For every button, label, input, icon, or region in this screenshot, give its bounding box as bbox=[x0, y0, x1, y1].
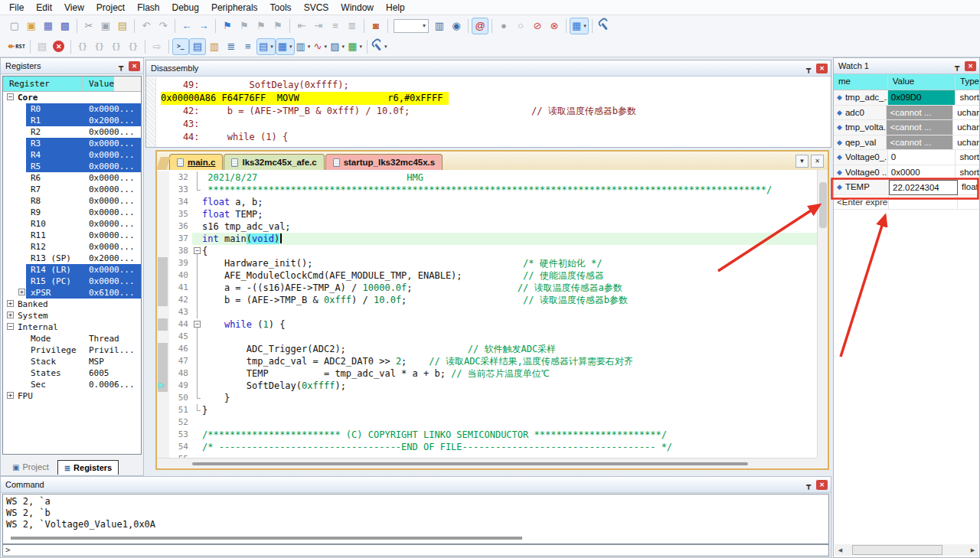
watch-name-cell[interactable]: ◆qep_val bbox=[834, 135, 887, 151]
editor-margin[interactable] bbox=[157, 416, 169, 429]
register-row[interactable]: R00x0000... bbox=[3, 103, 141, 115]
chevron-down-icon[interactable]: ▾ bbox=[359, 44, 362, 50]
scrollbar-thumb[interactable] bbox=[852, 545, 942, 555]
code-text[interactable]: ****************************************… bbox=[202, 184, 772, 196]
tab-main.c[interactable]: main.c bbox=[169, 154, 223, 170]
register-row[interactable]: StackMSP bbox=[3, 356, 141, 367]
watch-row[interactable]: ◆tmp_adc_...0x09D0short bbox=[834, 90, 979, 106]
register-row[interactable]: States6005 bbox=[3, 367, 141, 379]
watch-value-cell[interactable]: 0x0000 bbox=[888, 165, 956, 181]
step-out[interactable]: {} bbox=[108, 38, 125, 55]
register-column-header[interactable]: Register bbox=[3, 77, 83, 91]
find-in-files[interactable]: ▥ bbox=[431, 18, 448, 34]
watch-value-cell[interactable]: <cannot ... bbox=[887, 120, 953, 135]
watch-value-cell[interactable]: 0 bbox=[888, 150, 956, 165]
step-into[interactable]: {} bbox=[74, 38, 91, 55]
editor-vertical-scrollbar[interactable] bbox=[817, 170, 828, 458]
watch-name-cell[interactable]: ◆tmp_adc_... bbox=[834, 90, 888, 106]
scrollbar-thumb[interactable] bbox=[192, 462, 748, 465]
code-text[interactable]: } bbox=[202, 404, 207, 416]
editor-margin[interactable] bbox=[157, 306, 169, 318]
register-row[interactable]: Sec0.0006... bbox=[3, 379, 141, 390]
new-file[interactable]: ▢ bbox=[6, 18, 23, 34]
disassembly-margin[interactable] bbox=[146, 77, 156, 147]
register-row[interactable]: R15 (PC)0x0000... bbox=[3, 276, 141, 287]
watch-value-cell[interactable]: 22.0224304 bbox=[889, 180, 958, 195]
watch-value-cell[interactable] bbox=[889, 195, 958, 210]
configure-tools[interactable] bbox=[596, 18, 612, 34]
menu-debug[interactable]: Debug bbox=[166, 1, 205, 15]
window-layout[interactable]: ▦▾ bbox=[570, 18, 589, 34]
save[interactable]: ▦ bbox=[40, 18, 57, 34]
watch-name-cell[interactable]: ◆Voltage0 ... bbox=[834, 165, 888, 181]
editor-margin[interactable] bbox=[157, 429, 169, 441]
watch-row[interactable]: ◆adc0<cannot ...uchar bbox=[834, 106, 979, 121]
open-folder[interactable]: ▣ bbox=[23, 18, 40, 34]
editor-margin[interactable] bbox=[157, 343, 169, 355]
serial-window[interactable]: ▥▾ bbox=[295, 38, 312, 55]
code-text[interactable]: ADC_Trigger(ADC2); // 软件触发ADC采样 bbox=[202, 343, 556, 355]
tree-plus-icon[interactable]: + bbox=[7, 392, 14, 399]
code-text[interactable]: float a, b; bbox=[202, 196, 263, 208]
editor-margin[interactable] bbox=[157, 257, 169, 269]
watch-name-cell[interactable]: ◆tmp_volta... bbox=[834, 120, 887, 135]
scroll-right-arrow-icon[interactable]: ▶ bbox=[967, 544, 978, 556]
editor-margin[interactable] bbox=[157, 355, 169, 367]
code-text[interactable]: s16 tmp_adc_val; bbox=[202, 220, 291, 233]
editor-margin[interactable]: ▶ bbox=[157, 380, 169, 392]
register-row[interactable]: R13 (SP)0x2000... bbox=[3, 253, 141, 264]
code-text[interactable]: /************************ (C) COPYRIGHT … bbox=[202, 429, 667, 441]
editor-margin[interactable] bbox=[157, 208, 169, 220]
command-output[interactable]: WS 2, `aWS 2, `bWS 2, `Voltage0_Value1,0… bbox=[2, 494, 829, 544]
pin-icon[interactable]: ┳ bbox=[803, 481, 814, 489]
code-text[interactable]: while (1) { bbox=[202, 318, 285, 331]
cut[interactable]: ✂ bbox=[80, 18, 97, 34]
menu-svcs[interactable]: SVCS bbox=[298, 1, 335, 15]
editor-margin[interactable] bbox=[157, 318, 169, 331]
register-row[interactable]: ModeThread bbox=[3, 333, 141, 344]
undo[interactable]: ↶ bbox=[138, 18, 155, 34]
system-viewer[interactable]: ▦▾ bbox=[346, 38, 364, 55]
editor-margin[interactable] bbox=[157, 367, 169, 380]
pin-icon[interactable]: ┳ bbox=[803, 64, 814, 73]
name-column-header[interactable]: me bbox=[834, 74, 888, 90]
code-text[interactable]: { bbox=[202, 245, 207, 257]
tree-plus-icon[interactable]: + bbox=[18, 289, 25, 295]
indent[interactable]: ⇥ bbox=[310, 18, 327, 34]
code-text[interactable]: float TEMP; bbox=[202, 208, 263, 220]
register-row[interactable]: R20x0000... bbox=[3, 126, 141, 138]
breakpoint-toggle[interactable]: ● bbox=[495, 18, 512, 34]
bookmark-previous[interactable]: ⚑ bbox=[236, 18, 253, 34]
start-stop-debug-session[interactable]: @ bbox=[472, 18, 488, 34]
chevron-down-icon[interactable]: ▾ bbox=[289, 44, 292, 50]
code-text[interactable]: } bbox=[202, 392, 230, 404]
register-row[interactable]: R60x0000... bbox=[3, 172, 141, 184]
uncomment-selection[interactable]: ≣ bbox=[344, 18, 361, 34]
menu-peripherals[interactable]: Peripherals bbox=[205, 1, 264, 15]
chevron-down-icon[interactable]: ▾ bbox=[384, 44, 387, 50]
chevron-down-icon[interactable]: ▾ bbox=[583, 23, 586, 29]
fold-margin[interactable]: − bbox=[192, 318, 202, 331]
close-icon[interactable]: ✕ bbox=[816, 480, 828, 490]
code-text[interactable]: int main(void) bbox=[202, 233, 282, 245]
memory-window[interactable]: ▦▾ bbox=[276, 38, 295, 55]
menu-edit[interactable]: Edit bbox=[30, 1, 58, 15]
editor-margin[interactable] bbox=[157, 245, 169, 257]
register-row[interactable]: R120x0000... bbox=[3, 241, 141, 253]
run[interactable]: ▤ bbox=[34, 38, 51, 55]
register-row[interactable]: R40x0000... bbox=[3, 149, 141, 161]
file-combobox[interactable]: ▾ bbox=[394, 19, 429, 33]
watch-window[interactable]: ▤▾ bbox=[256, 38, 276, 55]
symbol-window[interactable]: ▥ bbox=[206, 38, 223, 55]
close-icon[interactable]: ✕ bbox=[816, 64, 828, 73]
watch-value-cell[interactable]: <cannot ... bbox=[887, 135, 953, 151]
disassembly-window[interactable]: ▤ bbox=[189, 38, 206, 55]
command-window[interactable]: >_ bbox=[172, 38, 189, 55]
editor-margin[interactable] bbox=[157, 441, 169, 453]
comment-selection[interactable]: ≡ bbox=[327, 18, 344, 34]
pin-icon[interactable]: ┳ bbox=[952, 62, 962, 70]
code-editor[interactable]: 32 2021/8/27 HMG33 *********************… bbox=[157, 170, 817, 458]
tab-startup_lks32mc45x.s[interactable]: startup_lks32mc45x.s bbox=[325, 154, 443, 170]
code-text[interactable]: TEMP = tmp_adc_val * a + b; // 当前芯片温度单位℃ bbox=[202, 367, 550, 380]
run-to-cursor[interactable]: {} bbox=[125, 38, 142, 55]
